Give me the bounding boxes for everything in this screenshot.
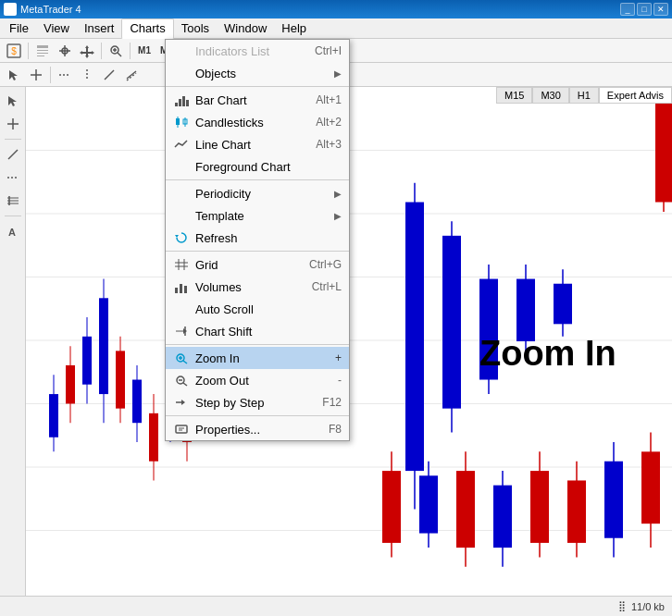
maximize-button[interactable]: □ (637, 3, 652, 16)
shortcut-zoom-in: + (335, 351, 342, 364)
svg-line-19 (105, 70, 114, 80)
menu-item-line-chart[interactable]: Line ChartAlt+3 (166, 133, 349, 155)
zoom-in-button[interactable] (106, 41, 126, 61)
menu-item-grid[interactable]: GridCtrl+G (166, 253, 349, 276)
shortcut-candlesticks: Alt+2 (316, 116, 342, 129)
chart-tab-h1[interactable]: H1 (569, 87, 599, 104)
menu-item-volumes[interactable]: VolumesCtrl+L (166, 276, 349, 298)
svg-rect-51 (132, 380, 142, 424)
shortcut-properties: F8 (329, 423, 342, 436)
minimize-button[interactable]: _ (620, 3, 635, 16)
svg-rect-45 (82, 337, 92, 385)
lt-line[interactable] (3, 144, 23, 165)
menu-tools[interactable]: Tools (174, 18, 217, 39)
menu-item-periodicity[interactable]: Periodicity▶ (166, 182, 349, 204)
menu-file[interactable]: File (2, 18, 36, 39)
crosshair-button[interactable] (55, 41, 75, 61)
move-button[interactable] (77, 41, 97, 61)
channel-button[interactable] (121, 65, 142, 85)
svg-rect-101 (180, 284, 182, 293)
svg-rect-102 (184, 286, 187, 293)
close-button[interactable]: ✕ (653, 3, 668, 16)
svg-line-107 (183, 361, 187, 363)
svg-line-111 (183, 383, 187, 386)
hline-button[interactable] (55, 65, 75, 85)
svg-text:A: A (8, 227, 16, 238)
menu-item-indicators-list: Indicators ListCtrl+I (166, 40, 349, 62)
label-foreground-chart: Foreground Chart (195, 160, 342, 174)
label-template: Template (195, 209, 329, 223)
chart-tabs: M15 M30 H1 Expert Advis (496, 87, 672, 104)
lt-crosshair[interactable] (3, 114, 23, 134)
empty-icon (173, 158, 190, 175)
label-grid: Grid (195, 258, 304, 272)
menu-item-foreground-chart[interactable]: Foreground Chart (166, 155, 349, 178)
new-chart-button[interactable]: $ (4, 41, 24, 61)
label-zoom-out: Zoom Out (195, 374, 332, 388)
status-value: 11/0 kb (631, 601, 665, 612)
label-line-chart: Line Chart (195, 138, 310, 152)
shortcut-indicators-list: Ctrl+I (315, 44, 342, 57)
chart-tab-m30[interactable]: M30 (532, 87, 568, 104)
menu-window[interactable]: Window (217, 18, 274, 39)
label-chart-shift: Chart Shift (195, 325, 342, 339)
menu-separator (166, 251, 349, 252)
crosshair2-button[interactable] (26, 65, 46, 85)
menu-item-step-by-step[interactable]: Step by StepF12 (166, 391, 349, 413)
sep4 (50, 67, 51, 83)
menu-item-properties[interactable]: Properties...F8 (166, 418, 349, 440)
menu-help[interactable]: Help (274, 18, 314, 39)
menu-item-refresh[interactable]: Refresh (166, 227, 349, 249)
svg-rect-88 (179, 99, 181, 106)
template-button[interactable] (32, 41, 53, 61)
step-icon (173, 394, 190, 411)
menu-item-template[interactable]: Template▶ (166, 204, 349, 227)
menu-insert[interactable]: Insert (77, 18, 122, 39)
svg-rect-43 (66, 365, 75, 404)
grid-icon (173, 256, 190, 273)
menu-item-objects[interactable]: Objects▶ (166, 62, 349, 84)
sep1 (28, 43, 29, 59)
svg-rect-100 (175, 288, 178, 293)
empty-icon (173, 207, 190, 224)
svg-rect-79 (567, 480, 586, 542)
menu-view[interactable]: View (36, 18, 77, 39)
menu-separator (166, 344, 349, 345)
chart-tab-m15[interactable]: M15 (496, 87, 532, 104)
properties-icon (173, 421, 190, 437)
cursor-button[interactable] (4, 65, 24, 85)
svg-rect-92 (176, 118, 180, 125)
menu-charts[interactable]: Charts (121, 18, 173, 39)
lt-hline[interactable] (3, 167, 23, 188)
menu-item-bar-chart[interactable]: Bar ChartAlt+1 (166, 89, 349, 111)
chart-tab-expert[interactable]: Expert Advis (599, 87, 672, 104)
svg-rect-53 (149, 413, 158, 462)
title-bar-buttons[interactable]: _ □ ✕ (620, 3, 668, 16)
vline-button[interactable] (77, 65, 97, 85)
lt-cursor[interactable] (3, 91, 23, 111)
svg-rect-77 (530, 471, 549, 543)
svg-rect-59 (405, 203, 424, 472)
label-volumes: Volumes (195, 280, 306, 294)
menu-item-candlesticks[interactable]: CandlesticksAlt+2 (166, 111, 349, 133)
lt-text[interactable]: A (3, 221, 23, 241)
svg-marker-9 (80, 45, 94, 58)
charts-dropdown[interactable]: Indicators ListCtrl+IObjects▶Bar ChartAl… (165, 39, 350, 441)
svg-marker-114 (181, 400, 185, 405)
menu-item-auto-scroll[interactable]: Auto Scroll (166, 298, 349, 320)
volumes-icon (173, 278, 190, 295)
title-bar: MetaTrader 4 _ □ ✕ (0, 0, 672, 18)
svg-rect-71 (419, 475, 438, 533)
svg-rect-3 (37, 50, 48, 51)
lt-fib[interactable] (3, 191, 23, 211)
lt-sep2 (5, 216, 21, 216)
label-indicators-list: Indicators List (195, 44, 309, 58)
trendline-button[interactable] (99, 65, 119, 85)
menu-item-zoom-in[interactable]: Zoom In+ (166, 347, 349, 369)
period-m1[interactable]: M1 (134, 41, 155, 61)
svg-marker-22 (8, 96, 17, 106)
label-candlesticks: Candlesticks (195, 116, 310, 129)
menu-item-zoom-out[interactable]: Zoom Out- (166, 369, 349, 391)
status-bar: ⣿ 11/0 kb (0, 596, 672, 616)
menu-item-chart-shift[interactable]: Chart Shift (166, 320, 349, 342)
